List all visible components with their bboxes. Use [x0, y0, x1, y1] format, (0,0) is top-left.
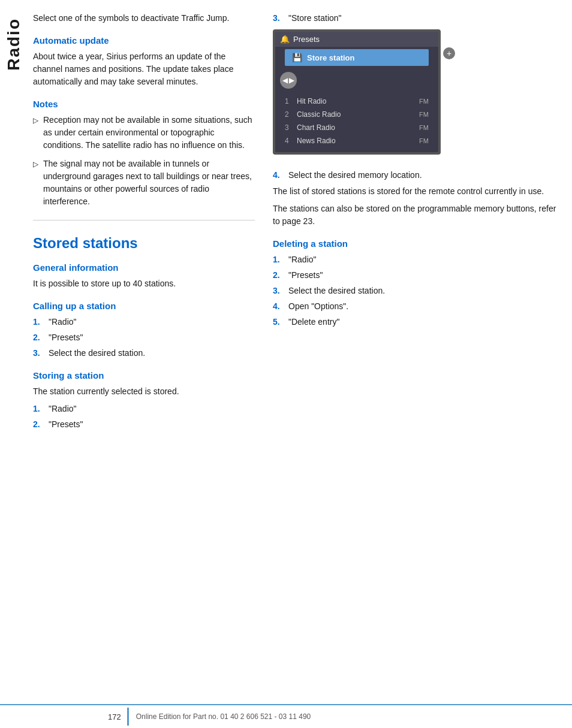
general-information-body: It is possible to store up to 40 station…	[33, 277, 255, 290]
sidebar: Radio	[0, 0, 27, 728]
list-item: 3 Chart Radio FM	[280, 121, 433, 134]
storing-station-body: The station currently selected is stored…	[33, 385, 255, 398]
list-item: 5. "Delete entry"	[273, 316, 560, 328]
list-item: 4. Open "Options".	[273, 300, 560, 313]
list-item: 2. "Presets"	[273, 269, 560, 282]
page-number: 172	[0, 712, 127, 721]
storing-station-list: 1. "Radio" 2. "Presets"	[33, 403, 255, 431]
footer-divider	[127, 708, 129, 726]
deleting-station-heading: Deleting a station	[273, 238, 560, 249]
nav-button[interactable]: ◀ ▶	[280, 72, 297, 89]
list-item: ▷ Reception may not be available in some…	[33, 114, 255, 152]
deleting-station-list: 1. "Radio" 2. "Presets" 3. Select the de…	[273, 253, 560, 328]
list-item: 3. Select the desired station.	[273, 285, 560, 297]
radio-icon: 🔔	[280, 35, 290, 44]
list-item: 1. "Radio"	[273, 253, 560, 266]
store-station-label: Store station	[307, 53, 354, 62]
footer-text: Online Edition for Part no. 01 40 2 606 …	[136, 712, 311, 721]
list-item: 1. "Radio"	[33, 403, 255, 415]
step4-list: 4. Select the desired memory location.	[273, 169, 560, 182]
screen-title-bar: 🔔 Presets	[275, 32, 438, 47]
storing-station-heading: Storing a station	[33, 370, 255, 380]
automatic-update-body: About twice a year, Sirius performs an u…	[33, 50, 255, 88]
screen-nav: ◀ ▶	[275, 68, 438, 92]
screen-list: 1 Hit Radio FM 2 Classic Radio FM 3	[275, 92, 438, 152]
sidebar-label: Radio	[4, 18, 23, 71]
screen-inner: 🔔 Presets 💾 Store station	[275, 32, 438, 152]
main-content: Select one of the symbols to deactivate …	[27, 0, 572, 728]
notes-list: ▷ Reception may not be available in some…	[33, 114, 255, 208]
section-divider	[33, 220, 255, 220]
footer: 172 Online Edition for Part no. 01 40 2 …	[0, 704, 572, 728]
calling-up-station-heading: Calling up a station	[33, 301, 255, 311]
list-item: 2. "Presets"	[33, 418, 255, 431]
notes-heading: Notes	[33, 99, 255, 109]
automatic-update-heading: Automatic update	[33, 35, 255, 46]
list-item: 4 News Radio FM	[280, 134, 433, 147]
left-column: Select one of the symbols to deactivate …	[33, 12, 267, 716]
calling-up-list: 1. "Radio" 2. "Presets" 3. Select the de…	[33, 316, 255, 360]
screen-store-row: 💾 Store station	[285, 49, 429, 66]
list-item: 2. "Presets"	[33, 331, 255, 344]
screen-container: 🔔 Presets 💾 Store station	[273, 29, 441, 155]
list-item: 3. "Store station"	[273, 12, 560, 25]
intro-text: Select one of the symbols to deactivate …	[33, 12, 255, 25]
store-station-step3-list: 3. "Store station"	[273, 12, 560, 25]
note-text-1: Reception may not be available in some s…	[43, 114, 255, 152]
screen-title: Presets	[293, 35, 320, 44]
info-text-2: The stations can also be stored on the p…	[273, 203, 560, 228]
list-item: 1. "Radio"	[33, 316, 255, 328]
list-item: ▷ The signal may not be available in tun…	[33, 158, 255, 208]
list-item: 3. Select the desired station.	[33, 347, 255, 360]
list-item: 4. Select the desired memory location.	[273, 169, 560, 182]
info-text-1: The list of stored stations is stored fo…	[273, 185, 560, 198]
screen-plus-icon[interactable]: +	[443, 47, 455, 59]
list-item: 2 Classic Radio FM	[280, 108, 433, 121]
store-icon: 💾	[292, 53, 302, 62]
bullet-arrow-icon: ▷	[33, 115, 38, 126]
list-item: 1 Hit Radio FM	[280, 95, 433, 108]
right-column: 3. "Store station" 🔔 Presets	[267, 12, 560, 716]
bullet-arrow-icon: ▷	[33, 159, 38, 170]
screen-wrapper: 🔔 Presets 💾 Store station	[273, 29, 560, 162]
general-information-heading: General information	[33, 262, 255, 273]
note-text-2: The signal may not be available in tunne…	[43, 158, 255, 208]
stored-stations-heading: Stored stations	[33, 235, 255, 252]
